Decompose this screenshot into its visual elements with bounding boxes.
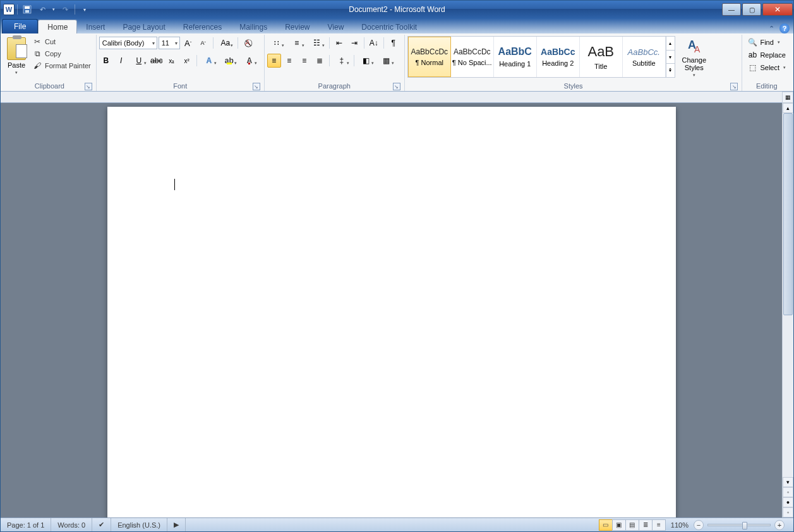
ruler-toggle-button[interactable]: ▦	[782, 92, 793, 103]
view-full-screen-button[interactable]: ▣	[612, 519, 626, 531]
justify-button[interactable]: ≣	[313, 54, 327, 68]
qat-customize-dropdown[interactable]: ▾	[78, 3, 92, 16]
borders-button[interactable]: ▦	[377, 54, 396, 68]
bullets-button[interactable]: ∷	[267, 36, 286, 50]
word-app-icon[interactable]: W	[3, 4, 15, 15]
next-page-button[interactable]: ◦	[783, 507, 793, 517]
paste-button[interactable]: Paste ▾	[6, 36, 27, 76]
sort-button[interactable]: A↓	[367, 36, 381, 50]
cursor-icon: ⬚	[747, 63, 757, 73]
clipboard-dialog-launcher[interactable]: ↘	[85, 83, 92, 90]
zoom-slider[interactable]	[707, 524, 771, 526]
multilevel-list-button[interactable]: ☷	[308, 36, 327, 50]
style-normal[interactable]: AaBbCcDc ¶ Normal	[408, 37, 451, 77]
tab-mailings[interactable]: Mailings	[231, 20, 276, 33]
grow-font-button[interactable]: Aˆ	[181, 36, 195, 50]
undo-icon[interactable]: ↶	[35, 3, 49, 16]
styles-scroll-up[interactable]: ▴	[666, 37, 675, 51]
style-no-spacing[interactable]: AaBbCcDc ¶ No Spaci...	[451, 37, 494, 77]
change-styles-button[interactable]: AA Change Styles ▾	[679, 36, 709, 79]
scroll-up-button[interactable]: ▴	[783, 103, 793, 113]
tab-file[interactable]: File	[2, 19, 38, 33]
tab-insert[interactable]: Insert	[77, 20, 114, 33]
text-effects-button[interactable]: A	[200, 54, 219, 68]
cut-button[interactable]: ✂ Cut	[30, 36, 93, 47]
save-icon[interactable]	[20, 3, 34, 16]
status-language[interactable]: English (U.S.)	[111, 518, 167, 531]
highlight-color-button[interactable]: ab	[220, 54, 239, 68]
style-heading-1[interactable]: AaBbC Heading 1	[494, 37, 537, 77]
format-painter-button[interactable]: 🖌 Format Painter	[30, 60, 93, 71]
line-spacing-button[interactable]: ‡	[332, 54, 351, 68]
show-hide-button[interactable]: ¶	[387, 36, 400, 50]
vertical-scrollbar[interactable]: ▴ ▾ ◦ ● ◦	[782, 103, 793, 517]
view-draft-button[interactable]: ≡	[652, 519, 666, 531]
bold-button[interactable]: B	[99, 54, 113, 68]
status-proofing[interactable]: ✔	[92, 518, 111, 531]
close-button[interactable]: ✕	[762, 3, 793, 16]
status-macro[interactable]: ▶	[167, 518, 186, 531]
font-dialog-launcher[interactable]: ↘	[253, 83, 260, 90]
style-heading-2[interactable]: AaBbCc Heading 2	[537, 37, 580, 77]
font-name-combo[interactable]: Calibri (Body)	[99, 37, 157, 49]
redo-icon[interactable]: ↷	[58, 3, 72, 16]
group-label-font: Font	[173, 82, 187, 90]
style-title[interactable]: AaB Title	[580, 37, 623, 77]
maximize-button[interactable]: ▢	[742, 3, 761, 16]
previous-page-button[interactable]: ◦	[783, 487, 793, 497]
view-web-layout-button[interactable]: ▤	[625, 519, 639, 531]
style-name: Subtitle	[632, 59, 656, 67]
select-button[interactable]: ⬚ Select ▾	[745, 61, 788, 74]
subscript-button[interactable]: x₂	[165, 54, 179, 68]
tab-view[interactable]: View	[319, 20, 353, 33]
font-size-combo[interactable]: 11	[159, 37, 180, 49]
align-right-button[interactable]: ≡	[298, 54, 311, 68]
help-icon[interactable]: ?	[779, 23, 790, 33]
shrink-font-button[interactable]: Aˇ	[196, 36, 210, 50]
zoom-out-button[interactable]: −	[694, 520, 704, 530]
strikethrough-button[interactable]: abc	[150, 54, 164, 68]
shading-button[interactable]: ◧	[357, 54, 376, 68]
browse-object-button[interactable]: ●	[783, 497, 793, 507]
styles-scroll-down[interactable]: ▾	[666, 51, 675, 64]
font-color-button[interactable]: A	[240, 54, 259, 68]
status-page[interactable]: Page: 1 of 1	[1, 518, 51, 531]
page-viewport[interactable]	[1, 103, 782, 517]
find-button[interactable]: 🔍 Find ▾	[745, 36, 788, 49]
superscript-button[interactable]: x²	[180, 54, 194, 68]
tab-docentric-toolkit[interactable]: Docentric Toolkit	[352, 20, 426, 33]
italic-button[interactable]: I	[114, 54, 128, 68]
view-print-layout-button[interactable]: ▭	[599, 519, 613, 531]
paragraph-dialog-launcher[interactable]: ↘	[393, 83, 400, 90]
undo-dropdown[interactable]: ▾	[51, 3, 57, 16]
tab-page-layout[interactable]: Page Layout	[114, 20, 174, 33]
horizontal-ruler[interactable]	[1, 92, 793, 103]
zoom-level[interactable]: 110%	[666, 521, 694, 529]
scroll-down-button[interactable]: ▾	[783, 477, 793, 487]
align-left-button[interactable]: ≡	[267, 54, 281, 68]
zoom-slider-thumb[interactable]	[742, 522, 747, 529]
styles-expand[interactable]: ▾̄	[666, 64, 675, 77]
change-case-button[interactable]: Aa	[216, 36, 235, 50]
page[interactable]	[107, 107, 676, 517]
tab-references[interactable]: References	[174, 20, 231, 33]
tab-home[interactable]: Home	[38, 20, 77, 33]
replace-button[interactable]: ab Replace	[745, 49, 788, 61]
underline-button[interactable]: U	[129, 54, 148, 68]
scroll-thumb[interactable]	[783, 113, 793, 315]
numbering-button[interactable]: ≡	[287, 36, 306, 50]
minimize-ribbon-icon[interactable]: ⌃	[767, 24, 776, 33]
zoom-in-button[interactable]: +	[774, 520, 785, 530]
tab-review[interactable]: Review	[276, 20, 318, 33]
increase-indent-button[interactable]: ⇥	[347, 36, 361, 50]
status-words[interactable]: Words: 0	[51, 518, 92, 531]
styles-dialog-launcher[interactable]: ↘	[730, 83, 738, 90]
minimize-button[interactable]: —	[722, 3, 741, 16]
clear-formatting-button[interactable]: A⃠	[241, 36, 255, 50]
decrease-indent-button[interactable]: ⇤	[332, 36, 346, 50]
scroll-track[interactable]	[783, 113, 793, 477]
align-center-button[interactable]: ≡	[282, 54, 296, 68]
view-outline-button[interactable]: ≣	[639, 519, 653, 531]
style-subtitle[interactable]: AaBbCc. Subtitle	[623, 37, 666, 77]
copy-button[interactable]: ⧉ Copy	[30, 48, 93, 59]
